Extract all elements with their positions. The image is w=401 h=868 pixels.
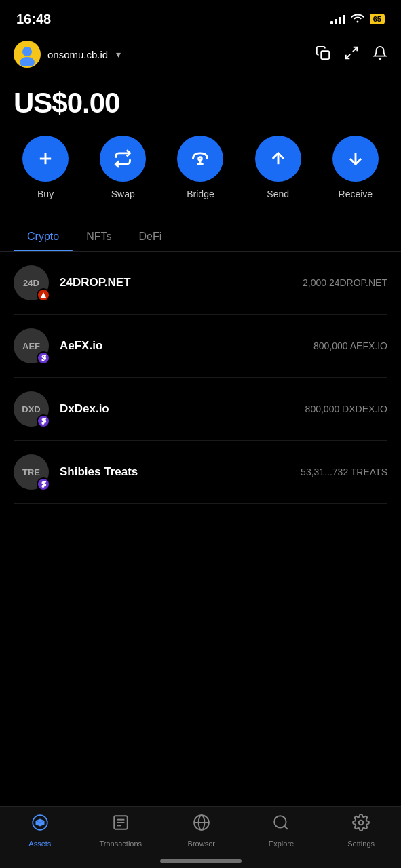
svg-line-5 (346, 54, 350, 58)
send-action[interactable]: Send (255, 136, 301, 199)
svg-rect-3 (321, 51, 329, 59)
bridge-circle (177, 136, 223, 182)
send-label: Send (267, 189, 289, 199)
swap-circle (100, 136, 146, 182)
asset-badge-avax (37, 288, 50, 302)
battery-indicator: 65 (370, 14, 385, 24)
status-icons: 65 (330, 12, 385, 26)
action-buttons: Buy Swap Bridge (0, 136, 401, 218)
receive-label: Receive (339, 189, 373, 199)
browser-nav-label: Browser (188, 840, 215, 848)
home-indicator (160, 859, 242, 863)
nav-browser[interactable]: Browser (181, 814, 222, 848)
svg-point-8 (199, 157, 202, 161)
wifi-icon (351, 12, 364, 26)
svg-point-23 (359, 821, 364, 825)
asset-badge-chain (37, 477, 50, 491)
asset-amount-aefx: 800,000 AEFX.IO (313, 340, 387, 351)
chevron-down-icon: ▾ (116, 49, 121, 60)
svg-marker-13 (41, 292, 46, 298)
asset-name-aefx: AeFX.io (60, 339, 102, 353)
header-actions (316, 45, 387, 64)
svg-line-22 (285, 826, 288, 829)
svg-point-1 (22, 47, 32, 56)
account-name: onsomu.cb.id (47, 49, 108, 60)
tabs: Crypto NFTs DeFi (0, 221, 401, 252)
nav-transactions[interactable]: Transactions (100, 814, 142, 848)
svg-point-21 (275, 816, 286, 827)
asset-item[interactable]: AEF AeFX.io 800,000 AEFX.IO (14, 315, 387, 378)
explore-nav-label: Explore (269, 840, 294, 848)
notification-icon[interactable] (373, 45, 387, 64)
tab-crypto[interactable]: Crypto (14, 221, 73, 251)
nav-explore[interactable]: Explore (261, 814, 301, 848)
asset-amount-24drop: 2,000 24DROP.NET (303, 277, 387, 288)
tab-nfts[interactable]: NFTs (73, 221, 125, 251)
settings-nav-label: Settings (347, 840, 375, 848)
tab-defi[interactable]: DeFi (125, 221, 175, 251)
receive-circle (332, 136, 379, 182)
account-selector[interactable]: onsomu.cb.id ▾ (14, 41, 121, 68)
asset-item[interactable]: 24D 24DROP.NET 2,000 24DROP.NET (14, 252, 387, 315)
buy-circle (22, 136, 69, 182)
asset-icon-wrap: DXD (14, 391, 49, 427)
asset-name-dxdex: DxDex.io (60, 402, 109, 416)
expand-icon[interactable] (344, 45, 359, 64)
transactions-icon (112, 814, 130, 835)
browser-icon (193, 814, 210, 835)
asset-icon-wrap: 24D (14, 265, 49, 300)
explore-icon (272, 814, 290, 835)
balance-section: US$0.00 (0, 76, 401, 136)
receive-action[interactable]: Receive (332, 136, 379, 199)
asset-name-treats: Shibies Treats (60, 465, 138, 479)
transactions-nav-label: Transactions (100, 840, 142, 848)
asset-icon-wrap: AEF (14, 328, 49, 363)
asset-badge-chain (37, 351, 50, 365)
buy-action[interactable]: Buy (22, 136, 69, 199)
swap-label: Swap (111, 189, 135, 199)
swap-action[interactable]: Swap (100, 136, 146, 199)
assets-nav-label: Assets (28, 840, 51, 848)
bridge-label: Bridge (187, 189, 214, 199)
settings-icon (352, 814, 370, 835)
header: onsomu.cb.id ▾ (0, 35, 401, 76)
asset-amount-treats: 53,31...732 TREATS (301, 467, 387, 477)
asset-badge-chain (37, 414, 50, 428)
asset-amount-dxdex: 800,000 DXDEX.IO (305, 403, 387, 414)
copy-icon[interactable] (316, 45, 330, 64)
asset-item[interactable]: DXD DxDex.io 800,000 DXDEX.IO (14, 378, 387, 441)
nav-settings[interactable]: Settings (341, 814, 381, 848)
balance-amount: US$0.00 (14, 87, 387, 119)
buy-label: Buy (37, 189, 54, 199)
asset-item[interactable]: TRE Shibies Treats 53,31...732 TREATS (14, 441, 387, 504)
bridge-action[interactable]: Bridge (177, 136, 223, 199)
asset-list: 24D 24DROP.NET 2,000 24DROP.NET AEF (0, 252, 401, 504)
nav-assets[interactable]: Assets (20, 814, 60, 848)
asset-name-24drop: 24DROP.NET (60, 276, 131, 290)
assets-icon (31, 814, 49, 835)
send-circle (255, 136, 301, 182)
signal-icon (330, 14, 345, 24)
svg-line-4 (353, 47, 357, 51)
status-time: 16:48 (16, 12, 51, 27)
avatar (14, 41, 41, 68)
asset-icon-wrap: TRE (14, 454, 49, 490)
status-bar: 16:48 65 (0, 0, 401, 35)
